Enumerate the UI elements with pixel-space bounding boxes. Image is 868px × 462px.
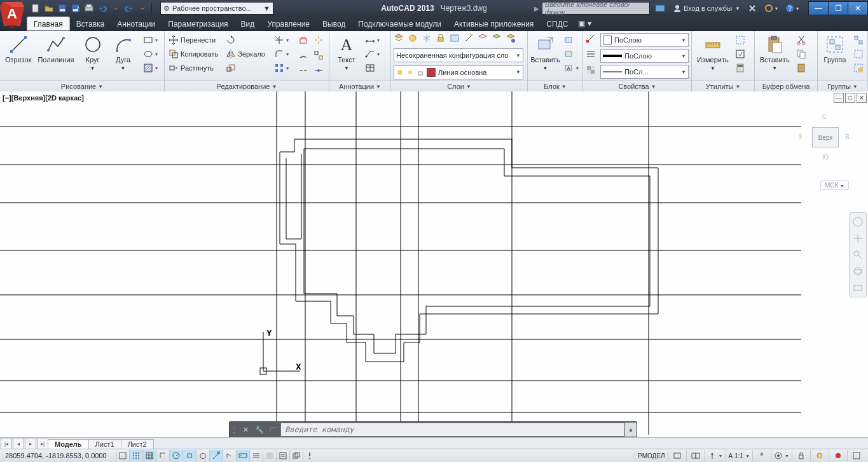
- explode-icon[interactable]: [312, 33, 326, 47]
- wcs-dropdown[interactable]: МСК ▼: [820, 180, 849, 190]
- polar-tracking-icon[interactable]: [169, 450, 183, 461]
- fillet-icon[interactable]: ▾: [273, 47, 290, 61]
- current-layer-combo[interactable]: Линия основна▼: [394, 65, 523, 79]
- layer-state-icon[interactable]: [450, 33, 462, 46]
- select-all-icon[interactable]: [734, 33, 747, 47]
- calculator-icon[interactable]: [734, 61, 747, 75]
- panel-title-properties[interactable]: Свойства▼: [583, 80, 691, 92]
- panel-title-block[interactable]: Блок▼: [528, 80, 582, 92]
- toolbar-lock-icon[interactable]: [792, 450, 810, 461]
- layout-next-icon[interactable]: ▸: [25, 438, 36, 449]
- annotation-monitor-icon[interactable]: [303, 450, 316, 461]
- panel-title-modify[interactable]: Редактирование▼: [165, 80, 329, 92]
- grid-display-icon[interactable]: [142, 450, 156, 461]
- selection-cycling-icon[interactable]: [289, 450, 303, 461]
- annotation-scale-value[interactable]: А 1:1▼: [726, 450, 753, 461]
- tab-home[interactable]: Главная: [27, 17, 70, 31]
- line-button[interactable]: Отрезок: [3, 33, 34, 65]
- table-icon[interactable]: [364, 61, 381, 75]
- minimize-button[interactable]: —: [808, 1, 829, 15]
- layout-tab-model[interactable]: Модель: [48, 439, 89, 449]
- showmotion-icon[interactable]: [851, 282, 864, 294]
- align-icon[interactable]: [312, 48, 326, 62]
- exchange-apps-icon[interactable]: [745, 4, 759, 13]
- text-button[interactable]: AТекст▼: [332, 33, 361, 74]
- ellipse-icon[interactable]: ▾: [142, 47, 159, 61]
- qat-save-icon[interactable]: [56, 2, 69, 15]
- layer-state-combo[interactable]: Несохраненная конфигурация сло▼: [394, 48, 523, 62]
- scale-button[interactable]: [224, 61, 266, 75]
- hardware-acceleration-icon[interactable]: [810, 450, 829, 461]
- erase-icon[interactable]: [296, 33, 310, 47]
- snap-mode-icon[interactable]: [129, 450, 142, 461]
- zoom-extents-icon[interactable]: [851, 248, 864, 261]
- quick-select-icon[interactable]: [734, 47, 747, 61]
- viewport-maximize-icon[interactable]: □: [845, 93, 855, 103]
- annotation-visibility-icon[interactable]: [752, 450, 771, 461]
- layer-walk-icon[interactable]: [506, 33, 518, 46]
- sign-in-button[interactable]: Вход в службы▼: [670, 4, 743, 13]
- infocenter-arrow-icon[interactable]: ▶: [534, 5, 539, 12]
- transparency-display-icon[interactable]: [263, 450, 276, 461]
- command-input[interactable]: [280, 423, 624, 437]
- rotate-button[interactable]: [224, 33, 266, 47]
- layout-tab-sheet1[interactable]: Лист1: [88, 439, 121, 449]
- mirror-button[interactable]: Зеркало: [224, 47, 266, 61]
- help-icon[interactable]: ?▾: [783, 4, 801, 13]
- qat-new-icon[interactable]: [29, 2, 42, 15]
- trim-icon[interactable]: ▾: [273, 33, 290, 47]
- offset-icon[interactable]: [296, 48, 310, 62]
- copy-clip-icon[interactable]: [795, 47, 808, 61]
- layer-lock-icon[interactable]: [436, 33, 448, 46]
- block-insert-button[interactable]: Вставить▼: [530, 33, 560, 74]
- viewport-close-icon[interactable]: ✕: [857, 93, 867, 103]
- lineweight-display-icon[interactable]: [249, 450, 263, 461]
- object-snap-tracking-icon[interactable]: [209, 450, 223, 461]
- full-navigation-wheel-icon[interactable]: [851, 215, 864, 228]
- coordinates-display[interactable]: 28059.4704, -1819.8553, 0.0000: [0, 452, 112, 459]
- layout-tab-sheet2[interactable]: Лист2: [121, 439, 154, 449]
- group-manager-icon[interactable]: [852, 61, 865, 75]
- autodesk-360-icon[interactable]: [652, 3, 668, 13]
- panel-title-utilities[interactable]: Утилиты▼: [692, 80, 754, 92]
- copy-button[interactable]: Копировать: [167, 47, 219, 61]
- drawing-viewport[interactable]: [−][Верхняя][2D каркас]: [0, 92, 868, 438]
- qat-dropdown-icon[interactable]: [109, 2, 122, 15]
- tab-expander-icon[interactable]: ▣ ▾: [574, 17, 595, 31]
- infocenter-search[interactable]: Введите ключевое слово/фразу: [542, 2, 650, 15]
- group-button[interactable]: Группа: [820, 33, 850, 65]
- workspace-switching-icon[interactable]: ▼: [771, 450, 792, 461]
- object-snap-icon[interactable]: [183, 450, 196, 461]
- model-space-button[interactable]: РМОДЕЛ: [635, 450, 667, 461]
- panel-title-annotation[interactable]: Аннотации▼: [329, 80, 390, 92]
- app-menu-button[interactable]: A: [0, 0, 25, 29]
- tab-spds[interactable]: СПДС: [540, 17, 574, 31]
- leader-icon[interactable]: ▾: [364, 47, 381, 61]
- isolate-objects-icon[interactable]: [829, 450, 847, 461]
- rectangle-icon[interactable]: ▾: [142, 33, 159, 47]
- commandline-close-icon[interactable]: ✕: [238, 423, 252, 437]
- quick-view-drawings-icon[interactable]: [686, 450, 705, 461]
- dimension-icon[interactable]: ▾: [364, 33, 381, 47]
- panel-title-groups[interactable]: Группы▼: [818, 80, 867, 92]
- layer-properties-icon[interactable]: [394, 33, 406, 46]
- hatch-icon[interactable]: ▾: [142, 61, 159, 75]
- tab-view[interactable]: Вид: [235, 17, 261, 31]
- layout-last-icon[interactable]: ▸|: [37, 438, 48, 449]
- quick-properties-icon[interactable]: [276, 450, 289, 461]
- layer-isolate-icon[interactable]: [478, 33, 490, 46]
- commandline-history-icon[interactable]: ▲: [624, 423, 637, 437]
- dynamic-input-icon[interactable]: [236, 450, 249, 461]
- commandline-options-icon[interactable]: 🔧: [252, 423, 266, 437]
- qat-open-icon[interactable]: [43, 2, 55, 15]
- group-edit-icon[interactable]: [852, 47, 865, 61]
- layer-off-icon[interactable]: [408, 33, 420, 46]
- match-properties-icon[interactable]: [586, 33, 598, 46]
- orbit-icon[interactable]: [851, 265, 864, 278]
- qat-plot-icon[interactable]: [83, 2, 95, 15]
- quick-view-layouts-icon[interactable]: [668, 450, 686, 461]
- ortho-mode-icon[interactable]: [156, 450, 169, 461]
- infer-constraints-icon[interactable]: [116, 450, 129, 461]
- polyline-button[interactable]: Полилиния: [35, 33, 76, 65]
- block-create-icon[interactable]: [563, 33, 580, 47]
